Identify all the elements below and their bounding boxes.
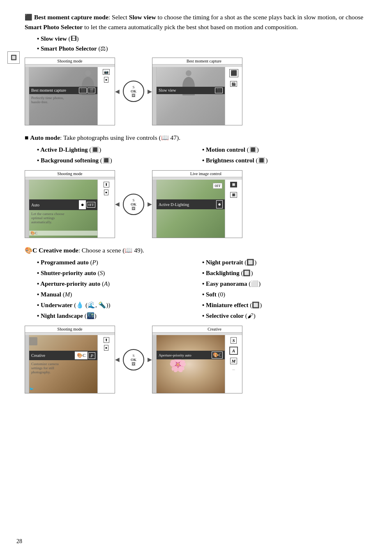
creative-screen1-right: ⬆ ● [97, 335, 115, 393]
screen1-selected: Best moment capture ⬛ 🎬 [29, 87, 97, 94]
bullet-background-softening: Background softening (🔳) [37, 155, 202, 165]
auto-mode-header: ■ Auto mode: Take photographs using live… [25, 133, 367, 142]
best-moment-header: ⬛ Best moment capture mode: Select Slow … [25, 12, 367, 32]
best-moment-bullets: Slow view (🎞) Smart Photo Selector (⚖) [37, 34, 367, 53]
best-moment-screen1: Shooting mode Best moment capture ⬛ 🎬 [25, 58, 115, 125]
creative-screen2-right: S A M ··· [225, 335, 242, 393]
best-moment-section: ⬛ Best moment capture mode: Select Slow … [25, 12, 367, 125]
screen1-title: Shooting mode [25, 58, 115, 65]
creative-images: Shooting mode Creative 🎨C P Customize ca… [25, 326, 367, 393]
bullet-night-landscape: Night landscape (🌃) [37, 311, 202, 321]
auto-mode-section: ■ Auto mode: Take photographs using live… [25, 133, 367, 238]
auto-mode-title: Auto mode [30, 134, 60, 141]
creative-screen2: Creative 🌸 Aperture-priority auto 🎨C S A… [152, 326, 242, 393]
best-moment-icon: ⬛ [25, 14, 32, 21]
auto-mode-icon: ■ [25, 134, 28, 141]
auto-screen2-title: Live image control [152, 171, 242, 177]
bullet-manual: Manual (M) [37, 289, 202, 299]
creative-screen2-photo: 🌸 [152, 335, 225, 393]
nav-control: ◀ SOK🖼 ▶ [119, 81, 148, 102]
bullet-miniature-effect: Miniature effect (🔲) [202, 300, 367, 310]
bullet-soft: Soft (0) [202, 289, 367, 299]
auto-screen2: Live image control 0FF Active D-Lighting… [152, 170, 242, 238]
best-moment-images: Shooting mode Best moment capture ⬛ 🎬 [25, 58, 367, 125]
auto-screen1-title: Shooting mode [25, 171, 115, 177]
screen1-right-panel: 📷 ● [97, 67, 115, 125]
creative-screen2-title: Creative [152, 326, 242, 333]
creative-screen1-title: Shooting mode [25, 326, 115, 333]
auto-screen1-right: ⬆ ● [97, 180, 115, 238]
bullet-brightness-control: Brightness control (🔳) [202, 155, 367, 165]
creative-icon: 🎨C [25, 247, 37, 254]
bullet-night-portrait: Night portrait (🔲) [202, 257, 367, 267]
screen2-title: Best moment capture [152, 58, 242, 65]
creative-screen1: Shooting mode Creative 🎨C P Customize ca… [25, 326, 115, 393]
left-margin-icon: 🔲 [7, 51, 20, 64]
bullet-motion-control: Motion control (🔳) [202, 145, 367, 155]
bullet-easy-panorama: Easy panorama (⬜) [202, 279, 367, 289]
auto-screen2-right: 🔲 🔳 [225, 180, 242, 238]
auto-mode-images: Shooting mode Auto ● 0FF Let the camera … [25, 170, 367, 238]
creative-nav-circle: SOK🖼 [123, 349, 144, 370]
screen1-sub: Perfectly time photos,hassle-free. [29, 95, 97, 105]
auto-nav-circle: SOK🖼 [123, 194, 144, 215]
bullet-aperture-priority: Aperture-priority auto (A) [37, 279, 202, 289]
bullet-prog-auto: Programmed auto (P) [37, 257, 202, 267]
auto-screen1: Shooting mode Auto ● 0FF Let the camera … [25, 170, 115, 238]
screen2-photo [152, 67, 225, 125]
nav-circle: SOK🖼 [123, 81, 144, 102]
creative-nav: ◀ SOK🖼 ▶ [119, 349, 148, 370]
bullet-smart-photo: Smart Photo Selector (⚖) [37, 44, 367, 53]
page-number: 28 [16, 538, 22, 545]
bullet-selective-color: Selective color (🖌) [202, 311, 367, 321]
creative-mode-header: 🎨C Creative mode: Choose a scene (📖 49). [25, 245, 367, 255]
creative-title: Creative mode [39, 247, 78, 254]
auto-screen1-selected: Auto ● 0FF [29, 199, 97, 210]
bullet-backlighting: Backlighting (🔲) [202, 268, 367, 278]
best-moment-title: Best moment capture mode [34, 14, 108, 21]
bullet-active-dlighting: Active D-Lighting (🔳) [37, 145, 202, 155]
screen2-right-panel: ⬛ 🎬 [225, 67, 242, 125]
bullet-slow-view: Slow view (🎞) [37, 34, 367, 44]
creative-bullets: Programmed auto (P) Night portrait (🔲) S… [37, 257, 367, 322]
bullet-underwater: Underwater (💧 (🌊, 🔦)) [37, 300, 202, 310]
bullet-shutter-priority: Shutter-priority auto (S) [37, 268, 202, 278]
auto-mode-bullets: Active D-Lighting (🔳) Motion control (🔳)… [37, 145, 367, 166]
best-moment-screen2: Best moment capture Slow view ⬛ ⬛ 🎬 [152, 58, 242, 125]
auto-nav: ◀ SOK🖼 ▶ [119, 194, 148, 215]
screen2-selected: Slow view ⬛ [157, 87, 225, 94]
creative-mode-section: 🎨C Creative mode: Choose a scene (📖 49).… [25, 245, 367, 393]
